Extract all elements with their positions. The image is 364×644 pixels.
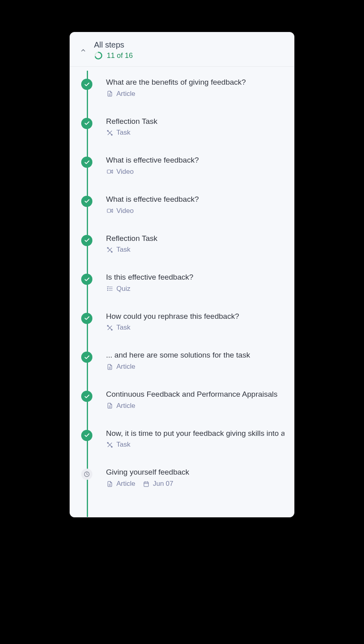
tools-icon — [106, 441, 113, 448]
check-icon — [81, 196, 92, 207]
step-meta: Task — [106, 441, 284, 449]
step-item[interactable]: ... and here are some solutions for the … — [80, 350, 284, 371]
step-item[interactable]: Now, it is time to put your feedback giv… — [80, 428, 284, 449]
step-meta: Video — [106, 168, 284, 176]
step-type-label: Video — [116, 207, 134, 215]
step-type-label: Video — [116, 168, 134, 176]
check-icon — [81, 352, 92, 363]
progress-ring-icon — [94, 51, 103, 60]
step-item[interactable]: Reflection TaskTask — [80, 233, 284, 254]
step-item[interactable]: What is effective feedback?Video — [80, 155, 284, 176]
check-icon — [81, 430, 92, 441]
step-title: ... and here are some solutions for the … — [106, 350, 284, 360]
step-date-label: Jun 07 — [153, 480, 173, 488]
step-item[interactable]: What are the benefits of giving feedback… — [80, 77, 284, 98]
step-meta: Task — [106, 324, 284, 332]
tools-icon — [106, 246, 113, 253]
check-icon — [81, 79, 92, 90]
step-meta: ArticleJun 07 — [106, 480, 284, 488]
step-type-label: Article — [116, 363, 135, 371]
step-type-label: Task — [116, 324, 130, 332]
tools-icon — [106, 129, 113, 136]
svg-marker-11 — [111, 209, 113, 213]
timeline-line — [87, 71, 88, 517]
step-item[interactable]: Reflection TaskTask — [80, 116, 284, 137]
svg-rect-10 — [107, 209, 111, 213]
step-title: Now, it is time to put your feedback giv… — [106, 428, 284, 439]
tools-icon — [106, 324, 113, 331]
step-item[interactable]: What is effective feedback?Video — [80, 194, 284, 215]
progress-row: 11 of 16 — [94, 51, 133, 60]
step-title: Continuous Feedback and Performance Appr… — [106, 389, 284, 400]
step-item[interactable]: Giving yourself feedbackArticleJun 07 — [80, 467, 284, 488]
step-meta: Quiz — [106, 285, 284, 293]
step-meta: Task — [106, 246, 284, 254]
progress-label: 11 of 16 — [107, 52, 133, 60]
clock-icon — [81, 469, 92, 480]
step-item[interactable]: How could you rephrase this feedback?Tas… — [80, 311, 284, 332]
steps-list: What are the benefits of giving feedback… — [80, 77, 284, 488]
step-meta: Article — [106, 363, 284, 371]
check-icon — [81, 391, 92, 402]
svg-rect-36 — [144, 482, 148, 486]
quiz-icon — [106, 285, 113, 292]
step-meta: Task — [106, 129, 284, 137]
step-meta: Article — [106, 402, 284, 410]
video-icon — [106, 207, 113, 215]
chevron-up-icon — [80, 47, 87, 54]
video-icon — [106, 168, 113, 175]
check-icon — [81, 235, 92, 246]
header-text: All steps 11 of 16 — [94, 40, 133, 60]
step-title: Reflection Task — [106, 233, 284, 244]
document-icon — [106, 363, 113, 370]
step-title: What is effective feedback? — [106, 194, 284, 205]
step-type-label: Article — [116, 90, 135, 98]
timeline: What are the benefits of giving feedback… — [70, 67, 294, 517]
svg-marker-9 — [111, 170, 113, 174]
step-type-label: Article — [116, 480, 135, 488]
check-icon — [81, 313, 92, 324]
check-icon — [81, 157, 92, 168]
step-type-label: Task — [116, 129, 130, 137]
step-title: What are the benefits of giving feedback… — [106, 77, 284, 87]
step-type-label: Quiz — [116, 285, 130, 293]
step-title: Is this effective feedback? — [106, 272, 284, 282]
document-icon — [106, 480, 113, 487]
document-icon — [106, 402, 113, 409]
check-icon — [81, 118, 92, 129]
step-meta: Article — [106, 90, 284, 98]
step-item[interactable]: Continuous Feedback and Performance Appr… — [80, 389, 284, 410]
step-title: Giving yourself feedback — [106, 467, 284, 477]
step-meta: Video — [106, 207, 284, 215]
step-title: How could you rephrase this feedback? — [106, 311, 284, 322]
step-title: What is effective feedback? — [106, 155, 284, 165]
header-title: All steps — [94, 40, 133, 50]
step-type-label: Article — [116, 402, 135, 410]
svg-point-19 — [107, 288, 108, 289]
svg-rect-8 — [107, 170, 111, 174]
step-item[interactable]: Is this effective feedback?Quiz — [80, 272, 284, 293]
svg-point-20 — [107, 290, 108, 290]
check-icon — [81, 274, 92, 285]
header[interactable]: All steps 11 of 16 — [70, 32, 294, 67]
step-title: Reflection Task — [106, 116, 284, 127]
steps-card: All steps 11 of 16 What are the benefits… — [70, 32, 294, 517]
step-type-label: Task — [116, 246, 130, 254]
step-type-label: Task — [116, 441, 130, 449]
calendar-icon — [142, 480, 150, 487]
document-icon — [106, 90, 113, 97]
